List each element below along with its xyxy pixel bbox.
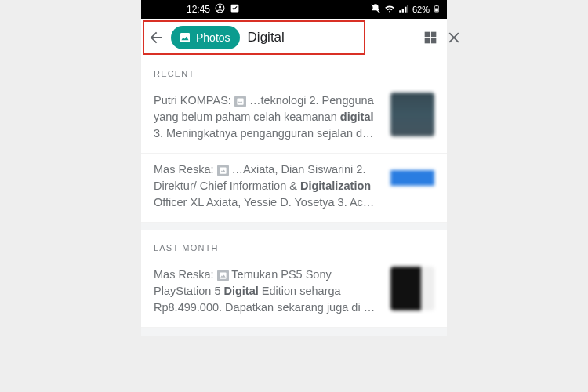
- check-icon: [230, 3, 240, 16]
- search-result[interactable]: Putri KOMPAS: …teknologi 2. Pengguna yan…: [141, 85, 447, 154]
- account-icon: [215, 3, 225, 16]
- result-thumbnail: [390, 93, 434, 136]
- result-sender: Mas Reska:: [154, 268, 214, 281]
- search-result[interactable]: Mas Reska: …Axiata, Dian Siswarini 2. Di…: [141, 154, 447, 223]
- svg-rect-8: [431, 32, 436, 37]
- battery-icon: [433, 3, 441, 16]
- back-button[interactable]: [147, 24, 165, 52]
- result-sender: Putri KOMPAS:: [154, 94, 231, 107]
- svg-rect-7: [424, 32, 429, 37]
- search-input[interactable]: [246, 27, 416, 49]
- arrow-left-icon: [147, 29, 165, 46]
- svg-rect-5: [436, 5, 438, 6]
- image-icon: [217, 270, 229, 281]
- section-divider: [141, 223, 447, 230]
- image-icon: [217, 165, 229, 176]
- result-text: Putri KOMPAS: …teknologi 2. Pengguna yan…: [154, 93, 381, 142]
- result-sender: Mas Reska:: [154, 163, 214, 176]
- status-time: 12:45: [187, 4, 210, 15]
- grid-view-button[interactable]: [422, 24, 439, 52]
- image-icon: [179, 31, 191, 44]
- section-divider: [141, 328, 447, 336]
- close-icon: [445, 29, 463, 46]
- svg-rect-9: [424, 38, 429, 43]
- mute-icon: [370, 3, 381, 16]
- chip-label: Photos: [196, 31, 230, 44]
- search-result[interactable]: Mas Reska: Temukan PS5 Sony PlayStation …: [141, 259, 447, 328]
- image-icon: [234, 96, 246, 107]
- battery-text: 62%: [412, 5, 430, 14]
- clear-button[interactable]: [445, 24, 463, 52]
- result-text: Mas Reska: Temukan PS5 Sony PlayStation …: [154, 267, 381, 316]
- photos-filter-chip[interactable]: Photos: [171, 26, 240, 49]
- svg-rect-6: [435, 9, 438, 12]
- section-header-last-month: LAST MONTH: [141, 230, 447, 259]
- search-bar: Photos: [141, 19, 447, 56]
- status-bar: 12:45 62%: [141, 0, 447, 19]
- section-header-recent: RECENT: [141, 56, 447, 85]
- signal-icon: [398, 3, 409, 16]
- grid-icon: [422, 29, 439, 46]
- result-text: Mas Reska: …Axiata, Dian Siswarini 2. Di…: [154, 162, 381, 211]
- svg-rect-10: [431, 38, 436, 43]
- result-thumbnail: [390, 267, 434, 310]
- wifi-icon: [384, 3, 395, 16]
- result-thumbnail: [390, 162, 434, 205]
- svg-point-1: [219, 5, 221, 8]
